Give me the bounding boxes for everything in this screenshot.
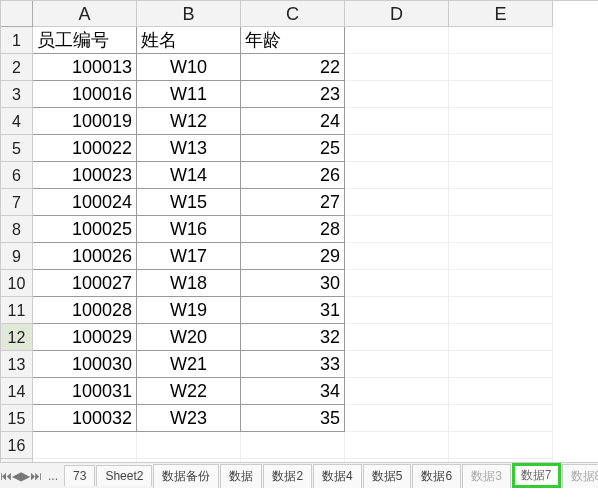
sheet-tab-active[interactable]: 数据7	[512, 463, 561, 488]
cell[interactable]	[345, 108, 449, 135]
cell[interactable]: 26	[241, 162, 345, 189]
cell[interactable]	[345, 81, 449, 108]
cell-D1[interactable]	[345, 27, 449, 54]
sheet-tab[interactable]: 数据	[220, 464, 262, 488]
cell[interactable]	[449, 189, 553, 216]
cell[interactable]: 100027	[33, 270, 137, 297]
col-head-A[interactable]: A	[33, 1, 137, 27]
cell[interactable]	[345, 162, 449, 189]
cell[interactable]	[449, 378, 553, 405]
cell-A1[interactable]: 员工编号	[33, 27, 137, 54]
sheet-tab[interactable]: 73	[64, 465, 95, 486]
cell[interactable]: 100032	[33, 405, 137, 432]
cell[interactable]: 33	[241, 351, 345, 378]
cell[interactable]	[241, 432, 345, 459]
cell[interactable]: 100019	[33, 108, 137, 135]
cell[interactable]: 32	[241, 324, 345, 351]
cell[interactable]	[449, 405, 553, 432]
cell[interactable]	[449, 216, 553, 243]
col-head-C[interactable]: C	[241, 1, 345, 27]
cell[interactable]: W22	[137, 378, 241, 405]
cell[interactable]: 100029	[33, 324, 137, 351]
cell[interactable]: 100030	[33, 351, 137, 378]
spreadsheet-grid[interactable]: A B C D E 1 员工编号 姓名 年龄 2 100013 W10 22 3…	[0, 0, 598, 486]
cell[interactable]	[449, 81, 553, 108]
tab-nav-prev-icon[interactable]: ◀	[12, 469, 21, 483]
row-head[interactable]: 12	[1, 324, 33, 351]
cell[interactable]: W12	[137, 108, 241, 135]
row-head[interactable]: 10	[1, 270, 33, 297]
col-head-B[interactable]: B	[137, 1, 241, 27]
row-head[interactable]: 15	[1, 405, 33, 432]
cell[interactable]	[449, 54, 553, 81]
row-head[interactable]: 6	[1, 162, 33, 189]
cell[interactable]	[33, 432, 137, 459]
cell[interactable]	[345, 405, 449, 432]
cell[interactable]: W13	[137, 135, 241, 162]
sheet-tab[interactable]: 数据备份	[153, 464, 219, 488]
cell[interactable]: 100031	[33, 378, 137, 405]
cell[interactable]: 100016	[33, 81, 137, 108]
sheet-tab[interactable]: 数据4	[313, 464, 362, 488]
cell[interactable]	[449, 162, 553, 189]
cell[interactable]: 23	[241, 81, 345, 108]
row-head[interactable]: 3	[1, 81, 33, 108]
sheet-tab[interactable]: 数据3	[462, 464, 511, 488]
cell[interactable]: 27	[241, 189, 345, 216]
cell-E1[interactable]	[449, 27, 553, 54]
cell[interactable]: W21	[137, 351, 241, 378]
cell[interactable]: W20	[137, 324, 241, 351]
cell[interactable]: 25	[241, 135, 345, 162]
cell[interactable]: W16	[137, 216, 241, 243]
cell[interactable]: 29	[241, 243, 345, 270]
cell[interactable]: W23	[137, 405, 241, 432]
cell[interactable]: W17	[137, 243, 241, 270]
cell[interactable]	[345, 378, 449, 405]
sheet-tab[interactable]: 数据2	[263, 464, 312, 488]
sheet-tab[interactable]: 数据8	[562, 464, 598, 488]
row-head[interactable]: 16	[1, 432, 33, 459]
cell[interactable]: 31	[241, 297, 345, 324]
sheet-tab[interactable]: Sheet2	[96, 465, 152, 486]
cell[interactable]: W14	[137, 162, 241, 189]
row-head[interactable]: 1	[1, 27, 33, 54]
cell[interactable]	[449, 270, 553, 297]
cell[interactable]: 30	[241, 270, 345, 297]
cell[interactable]: W10	[137, 54, 241, 81]
cell[interactable]: W15	[137, 189, 241, 216]
cell[interactable]	[345, 270, 449, 297]
cell[interactable]	[345, 135, 449, 162]
cell[interactable]: 24	[241, 108, 345, 135]
select-all-corner[interactable]	[1, 1, 33, 27]
cell[interactable]: 100022	[33, 135, 137, 162]
cell[interactable]	[449, 243, 553, 270]
row-head[interactable]: 14	[1, 378, 33, 405]
cell-B1[interactable]: 姓名	[137, 27, 241, 54]
cell[interactable]: 100023	[33, 162, 137, 189]
sheet-tab[interactable]: 数据6	[412, 464, 461, 488]
cell[interactable]: W19	[137, 297, 241, 324]
cell[interactable]: 100024	[33, 189, 137, 216]
tab-nav-next-icon[interactable]: ▶	[21, 469, 30, 483]
tab-nav-first-icon[interactable]: ⏮	[0, 469, 12, 483]
cell[interactable]	[449, 351, 553, 378]
cell[interactable]	[449, 324, 553, 351]
row-head[interactable]: 7	[1, 189, 33, 216]
sheet-tab[interactable]: 数据5	[363, 464, 412, 488]
tab-ellipsis[interactable]: ...	[42, 466, 64, 486]
cell[interactable]: W11	[137, 81, 241, 108]
cell[interactable]	[449, 108, 553, 135]
cell[interactable]	[449, 135, 553, 162]
cell[interactable]: 100013	[33, 54, 137, 81]
cell[interactable]	[449, 297, 553, 324]
cell[interactable]: W18	[137, 270, 241, 297]
cell[interactable]	[345, 189, 449, 216]
cell[interactable]	[345, 216, 449, 243]
cell[interactable]	[345, 324, 449, 351]
cell[interactable]	[449, 432, 553, 459]
cell[interactable]	[345, 297, 449, 324]
cell[interactable]	[345, 351, 449, 378]
col-head-E[interactable]: E	[449, 1, 553, 27]
row-head[interactable]: 9	[1, 243, 33, 270]
cell[interactable]: 100025	[33, 216, 137, 243]
